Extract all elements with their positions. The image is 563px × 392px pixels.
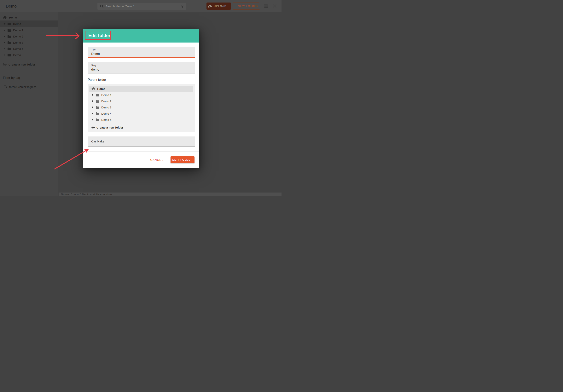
caret-right-icon[interactable] xyxy=(92,100,94,102)
sidebar-item-label: Demo 3 xyxy=(13,41,23,44)
sidebar-item-label: Home xyxy=(9,16,17,19)
folder-icon xyxy=(7,47,11,50)
dialog-footer: CANCEL EDIT FOLDER xyxy=(83,152,199,168)
new-folder-label: NEW FOLDER xyxy=(238,5,258,8)
tree-create-folder-label: Create a new folder xyxy=(96,126,123,129)
caret-right-icon[interactable] xyxy=(92,119,94,121)
sidebar-item-demo-2[interactable]: Demo 2 xyxy=(0,33,58,39)
tree-item-demo-1[interactable]: Demo 1 xyxy=(89,92,193,98)
search-bar[interactable] xyxy=(97,3,186,10)
folder-icon xyxy=(7,53,11,56)
title-field-value: Demo xyxy=(91,52,100,55)
folder-icon xyxy=(7,22,11,25)
caret-right-icon[interactable] xyxy=(3,54,6,56)
caret-right-icon[interactable] xyxy=(3,35,6,38)
tree-item-label: Demo 4 xyxy=(101,112,112,115)
plus-circle-icon xyxy=(91,126,95,129)
tree-item-label: Demo 1 xyxy=(101,93,112,97)
slug-field-label: Slug xyxy=(91,64,96,67)
sidebar-item-demo-4[interactable]: Demo 4 xyxy=(0,46,58,52)
filter-by-tag-heading: Filter by tag xyxy=(0,76,58,80)
sidebar-divider xyxy=(1,70,57,70)
folder-icon xyxy=(96,112,99,115)
cancel-button[interactable]: CANCEL xyxy=(150,158,163,161)
sidebar-item-label: Demo 2 xyxy=(13,35,23,38)
text-cursor xyxy=(100,52,100,56)
create-folder-label: Create a new folder xyxy=(9,63,35,66)
create-folder-button[interactable]: Create a new folder xyxy=(0,61,58,67)
parent-folder-tree: Home Demo 1 Demo 2 xyxy=(88,84,195,132)
tree-item-home[interactable]: Home xyxy=(89,86,193,92)
sidebar-item-home[interactable]: Home xyxy=(0,14,58,21)
caret-down-icon[interactable] xyxy=(3,23,6,25)
edit-folder-dialog: Edit folder Title Demo Slug demo Parent … xyxy=(83,29,199,168)
folder-icon xyxy=(96,106,99,109)
plus-circle-icon xyxy=(3,63,7,66)
tree-item-demo-4[interactable]: Demo 4 xyxy=(89,110,193,116)
folder-icon xyxy=(96,94,99,96)
sidebar-item-demo-3[interactable]: Demo 3 xyxy=(0,39,58,46)
upload-button[interactable]: UPLOAD... xyxy=(206,2,231,10)
caret-right-icon[interactable] xyxy=(3,29,6,31)
folder-icon xyxy=(7,29,11,32)
tree-item-demo-2[interactable]: Demo 2 xyxy=(89,98,193,104)
sidebar-item-label: Demo 5 xyxy=(13,53,23,57)
edit-folder-submit-button[interactable]: EDIT FOLDER xyxy=(170,156,194,163)
page-title: Demo xyxy=(6,4,17,9)
close-icon xyxy=(273,4,277,8)
tree-item-demo-5[interactable]: Demo 5 xyxy=(89,116,193,123)
home-icon xyxy=(91,87,95,90)
dialog-title: Edit folder xyxy=(88,33,110,38)
sidebar-item-label: Demo xyxy=(13,22,21,25)
folder-icon xyxy=(7,35,11,38)
sidebar-item-demo-5[interactable]: Demo 5 xyxy=(0,52,58,58)
caret-right-icon[interactable] xyxy=(92,113,94,114)
topbar: Demo UPLOAD... + NEW FOLDER xyxy=(0,0,282,12)
title-field[interactable]: Title Demo xyxy=(88,47,195,58)
tag-icon xyxy=(4,85,7,89)
tag-label: threatScanInProgress xyxy=(9,85,36,89)
tree-item-demo-3[interactable]: Demo 3 xyxy=(89,104,193,110)
slug-field-value: demo xyxy=(91,68,99,71)
upload-label: UPLOAD... xyxy=(214,5,230,8)
parent-folder-label: Parent folder xyxy=(88,78,106,82)
status-bar: Showing 0 out of 0 files from all file e… xyxy=(59,192,282,196)
car-make-value: Car Make xyxy=(91,140,104,143)
sidebar-item-label: Demo 1 xyxy=(13,29,23,32)
caret-right-icon[interactable] xyxy=(92,94,94,96)
sidebar-item-demo[interactable]: Demo xyxy=(0,21,58,27)
sidebar-item-label: Demo 4 xyxy=(13,47,23,51)
tree-item-label: Demo 2 xyxy=(101,100,112,103)
tree-item-label: Home xyxy=(97,87,105,90)
search-input[interactable] xyxy=(105,5,180,8)
caret-right-icon[interactable] xyxy=(3,48,6,50)
new-folder-button[interactable]: + NEW FOLDER xyxy=(233,2,260,10)
folder-icon xyxy=(96,100,99,103)
list-view-icon xyxy=(264,4,268,8)
tree-create-folder-button[interactable]: Create a new folder xyxy=(89,124,193,131)
tree-item-label: Demo 3 xyxy=(101,106,112,109)
title-field-label: Title xyxy=(91,48,96,51)
caret-right-icon[interactable] xyxy=(3,42,6,44)
dialog-header: Edit folder xyxy=(83,29,199,42)
tag-item[interactable]: threatScanInProgress xyxy=(0,85,58,89)
plus-icon: + xyxy=(234,4,236,8)
cloud-upload-icon xyxy=(207,4,212,8)
folder-icon xyxy=(96,118,99,121)
slug-field[interactable]: Slug demo xyxy=(88,62,195,74)
sidebar: Home Demo Demo 1 Demo 2 xyxy=(0,12,58,196)
home-icon xyxy=(3,16,7,19)
car-make-field[interactable]: Car Make xyxy=(88,137,195,147)
list-view-button[interactable] xyxy=(264,4,268,9)
filter-icon[interactable] xyxy=(180,5,184,8)
close-button[interactable] xyxy=(273,4,277,9)
tree-item-label: Demo 5 xyxy=(101,118,112,121)
folder-icon xyxy=(7,41,11,44)
status-text: Showing 0 out of 0 files from all file e… xyxy=(61,193,113,196)
caret-right-icon[interactable] xyxy=(92,106,94,108)
search-icon xyxy=(100,4,104,8)
sidebar-item-demo-1[interactable]: Demo 1 xyxy=(0,27,58,33)
